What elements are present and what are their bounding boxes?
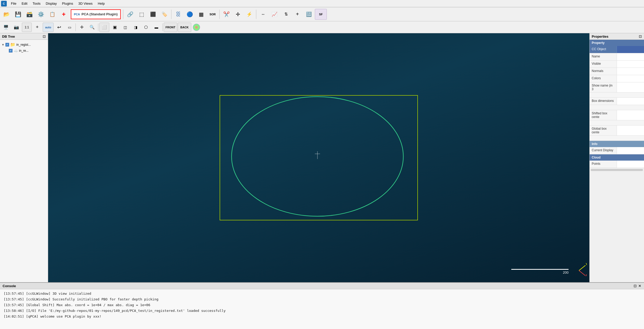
prop-label-visible: Visible xyxy=(590,61,617,68)
axes-icon: Y X xyxy=(571,263,587,278)
merge-button[interactable]: 🔗 xyxy=(125,9,136,20)
console-line-3: [13:57:45] [Global Shift] Max abs. coord… xyxy=(4,302,640,308)
console-line-4: [13:58:46] [I/O] File 'E:/my-github-repo… xyxy=(4,308,640,314)
distance-button[interactable]: ↔ xyxy=(258,9,269,20)
prop-spacer-2 xyxy=(590,105,644,110)
prop-label-shiftedbox: Shifted box cente xyxy=(590,110,617,120)
property-section-header: Property xyxy=(590,40,644,46)
console-title: Console xyxy=(3,284,16,288)
prop-spacer-3 xyxy=(590,120,644,126)
stats-button[interactable]: ⇅ xyxy=(280,9,291,20)
prop-value-ccobject xyxy=(617,46,644,53)
main-area: DB Tree ⊡ ▼ ✓ 📁 in_regist... ✓ ☁️ in_re.… xyxy=(0,33,644,282)
view-flat-button[interactable]: ▬ xyxy=(151,23,161,32)
prop-row-globalbox: Global box cente xyxy=(590,126,644,136)
viewport[interactable]: 200 Y X xyxy=(48,33,589,282)
dbtree-float-icon[interactable]: ⊡ xyxy=(43,34,46,38)
open-file-button[interactable]: 📂 xyxy=(1,9,12,20)
transform-button[interactable]: ✛ xyxy=(232,9,243,20)
console-line-2: [13:57:45] [ccGLWindow] Succesfully init… xyxy=(4,297,640,302)
dbtree-title: DB Tree xyxy=(2,35,15,38)
filter-button[interactable]: 🔵 xyxy=(184,9,195,20)
info-section-header: Info xyxy=(590,141,644,147)
menu-tools[interactable]: Tools xyxy=(30,1,43,6)
back-label-button[interactable]: BACK xyxy=(178,23,191,32)
color-picker-button[interactable] xyxy=(193,24,200,31)
menu-display[interactable]: Display xyxy=(43,1,60,6)
options-button[interactable]: ⚙️ xyxy=(35,9,46,20)
front-label-button[interactable]: FRONT xyxy=(164,23,177,32)
console-panel: Console ⊡ ✕ [13:57:45] [ccGLWindow] 3D v… xyxy=(0,282,644,329)
calculator-button[interactable]: 🔢 xyxy=(303,9,314,20)
sor-button[interactable]: SOR xyxy=(207,9,218,20)
select-button[interactable]: ▭ xyxy=(65,23,74,32)
save-button[interactable]: 💾 xyxy=(12,9,23,20)
scale-label: 200 xyxy=(511,271,569,274)
auto-fit-button[interactable]: auto xyxy=(43,23,54,32)
menu-plugins[interactable]: Plugins xyxy=(59,1,76,6)
prop-spacer-1 xyxy=(590,93,644,98)
menu-help[interactable]: Help xyxy=(95,1,107,6)
zoom-button[interactable]: 🔍 xyxy=(87,23,97,32)
separator-v2 xyxy=(98,23,98,31)
prop-value-globalbox xyxy=(617,126,644,135)
label-button[interactable]: 🏷️ xyxy=(159,9,170,20)
prop-value-name xyxy=(617,53,644,60)
camera-button[interactable]: 📷 xyxy=(11,23,21,32)
view-top-button[interactable]: ▣ xyxy=(110,23,120,32)
save-project-button[interactable]: 🗃️ xyxy=(24,9,35,20)
tree-checkbox-cloud[interactable]: ✓ xyxy=(9,49,12,52)
chart-button[interactable]: 📈 xyxy=(269,9,280,20)
folder-icon: 📁 xyxy=(10,42,15,47)
prop-value-boxdim xyxy=(617,98,644,105)
prop-row-ccobject: CC Object xyxy=(590,46,644,53)
prop-label-currentdisplay: Current Display xyxy=(590,147,617,154)
menu-file[interactable]: File xyxy=(8,1,19,6)
prop-scrollbar[interactable] xyxy=(591,169,643,171)
tree-expand-icon: ▼ xyxy=(2,43,4,46)
svg-line-4 xyxy=(579,265,585,271)
prop-label-normals: Normals xyxy=(590,68,617,75)
tree-item-cloud[interactable]: ✓ ☁️ in_re... xyxy=(9,48,46,54)
scale-line xyxy=(511,269,569,270)
prop-label-ccobject: CC Object xyxy=(590,46,617,53)
svg-text:Y: Y xyxy=(586,263,587,266)
rotate-button[interactable]: ↩ xyxy=(54,23,64,32)
prop-row-points: Points xyxy=(590,161,644,168)
menu-edit[interactable]: Edit xyxy=(19,1,30,6)
menubar: C File Edit Tools Display Plugins 3D Vie… xyxy=(0,0,644,7)
segment-button[interactable]: ⚡ xyxy=(244,9,255,20)
add-scalar-button[interactable]: + xyxy=(58,9,69,20)
properties-title: Properties xyxy=(592,35,608,38)
prop-value-visible xyxy=(617,61,644,68)
prop-row-showname: Show name (in 3 xyxy=(590,82,644,93)
view-box-button[interactable]: ⬜ xyxy=(99,23,109,32)
range-button[interactable]: + xyxy=(292,9,303,20)
tree-item-folder[interactable]: ▼ ✓ 📁 in_regist... xyxy=(2,41,46,48)
pca-plugin-button[interactable]: PCA PCA (Standard Plugin) xyxy=(71,9,121,19)
console-restore-icon[interactable]: ⊡ xyxy=(634,284,637,288)
crosshair-button[interactable]: + xyxy=(32,23,42,32)
scale-1-1-button[interactable]: 1:1 xyxy=(22,23,32,32)
prop-label-boxdim: Box dimensions xyxy=(590,98,617,105)
console-close-icon[interactable]: ✕ xyxy=(638,284,641,288)
properties-float-icon[interactable]: ⊡ xyxy=(639,34,642,38)
console-line-5: [14:02:51] [qPCA] welcome use PCA plugin… xyxy=(4,314,640,319)
subsample-button[interactable]: ⬛ xyxy=(148,9,158,20)
view-cube-button[interactable]: ⬡ xyxy=(141,23,151,32)
prop-label-globalbox: Global box cente xyxy=(590,126,617,135)
translate-view-button[interactable]: ✛ xyxy=(77,23,87,32)
cut-button[interactable]: ✂️ xyxy=(221,9,232,20)
scale-bar: 200 xyxy=(511,269,569,274)
sf-button[interactable]: SF xyxy=(315,9,327,20)
screen-button[interactable]: 🖥️ xyxy=(1,23,11,32)
sample-button[interactable]: ⬚ xyxy=(136,9,147,20)
tree-checkbox[interactable]: ✓ xyxy=(5,43,9,47)
database-button[interactable]: 📋 xyxy=(47,9,58,20)
cc-cc-button[interactable]: CCCC xyxy=(173,9,184,20)
menu-3dviews[interactable]: 3D Views xyxy=(76,1,95,6)
view-side-button[interactable]: ◨ xyxy=(131,23,141,32)
checkerboard-button[interactable]: ▦ xyxy=(196,9,207,20)
view-front-button[interactable]: ◫ xyxy=(120,23,130,32)
main-toolbar: 📂 💾 🗃️ ⚙️ 📋 + PCA PCA (Standard Plugin) … xyxy=(0,7,644,21)
